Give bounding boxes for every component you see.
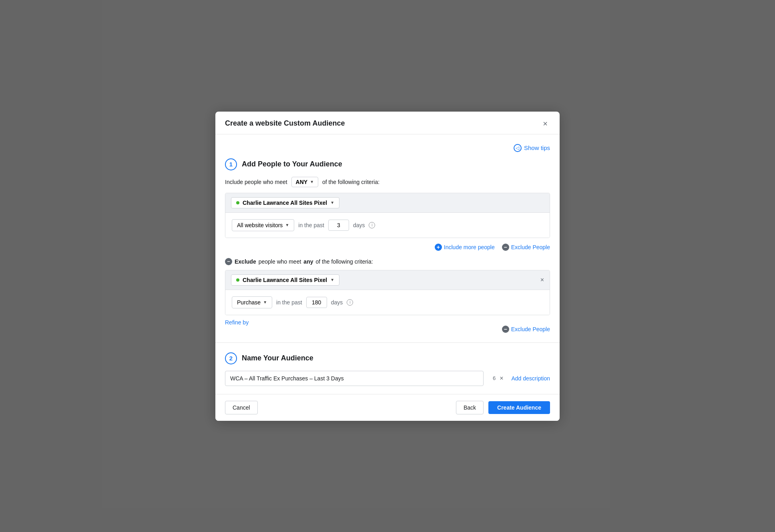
exclude-pixel-close-button[interactable]: × xyxy=(540,276,544,284)
include-pixel-body: All website visitors ▼ in the past days … xyxy=(225,213,550,238)
create-audience-button[interactable]: Create Audience xyxy=(488,401,550,414)
footer-right: Back Create Audience xyxy=(456,401,550,414)
clear-name-input-button[interactable]: × xyxy=(500,375,503,382)
cancel-button[interactable]: Cancel xyxy=(225,401,258,414)
exclude-badge-icon: − xyxy=(225,258,232,265)
chevron-down-icon: ▼ xyxy=(330,200,334,205)
include-days-input[interactable] xyxy=(328,220,349,231)
chevron-down-icon: ▼ xyxy=(310,180,314,184)
modal-body: ◁ Show tips 1 Add People to Your Audienc… xyxy=(215,134,560,394)
refine-by-button[interactable]: Refine by xyxy=(225,319,249,326)
exclude-days-info-icon[interactable]: i xyxy=(347,299,353,306)
step-1-number: 1 xyxy=(225,158,237,170)
back-button[interactable]: Back xyxy=(456,401,484,414)
exclude-filter-button[interactable]: Purchase ▼ xyxy=(232,296,272,308)
modal-title: Create a website Custom Audience xyxy=(225,119,345,128)
audience-name-input-row: 6 × Add description xyxy=(225,371,550,386)
include-pixel-card: Charlie Lawrance All Sites Pixel ▼ All w… xyxy=(225,193,550,238)
exclude-people-button-2[interactable]: − Exclude People xyxy=(502,326,550,333)
include-criteria-desc: Include people who meet ANY ▼ of the fol… xyxy=(225,177,550,187)
include-more-people-button[interactable]: + Include more people xyxy=(435,244,495,251)
section-1-heading: 1 Add People to Your Audience xyxy=(225,158,550,170)
exclude-pixel-card: Charlie Lawrance All Sites Pixel ▼ × Pur… xyxy=(225,270,550,315)
exclude-pixel-body: Purchase ▼ in the past days i xyxy=(225,290,550,315)
modal-header: Create a website Custom Audience × xyxy=(215,112,560,134)
exclude-in-the-past-label: in the past xyxy=(276,299,302,306)
footer-left: Cancel xyxy=(225,401,258,414)
step-1-title: Add People to Your Audience xyxy=(242,160,342,168)
show-tips-button[interactable]: ◁ Show tips xyxy=(514,144,550,152)
chevron-down-icon: ▼ xyxy=(285,223,289,227)
section-2-heading: 2 Name Your Audience xyxy=(225,352,550,364)
days-info-icon[interactable]: i xyxy=(369,222,375,228)
exclude-header: − Exclude people who meet any of the fol… xyxy=(225,258,550,265)
exclude-days-input[interactable] xyxy=(306,297,327,308)
add-description-button[interactable]: Add description xyxy=(511,375,550,382)
info-circle-icon: ◁ xyxy=(514,144,522,152)
exclude-filter-row: Purchase ▼ in the past days i xyxy=(232,296,543,308)
include-filter-button[interactable]: All website visitors ▼ xyxy=(232,219,294,231)
modal-container: Create a website Custom Audience × ◁ Sho… xyxy=(215,112,560,421)
exclude-days-label: days xyxy=(331,299,343,306)
exclude-actions-row: − Exclude People xyxy=(225,326,550,333)
any-select-button[interactable]: ANY ▼ xyxy=(291,177,318,187)
section-2: 2 Name Your Audience 6 × Add description xyxy=(225,343,550,386)
minus-icon: − xyxy=(502,326,509,333)
include-pixel-name-button[interactable]: Charlie Lawrance All Sites Pixel ▼ xyxy=(231,197,339,208)
days-label: days xyxy=(353,222,365,228)
modal-footer: Cancel Back Create Audience xyxy=(215,394,560,421)
pixel-active-dot xyxy=(236,201,239,204)
exclude-any-bold: any xyxy=(303,258,313,265)
include-pixel-header: Charlie Lawrance All Sites Pixel ▼ xyxy=(225,193,550,213)
exclude-prefix: Exclude xyxy=(235,258,256,265)
exclude-people-button-1[interactable]: − Exclude People xyxy=(502,244,550,251)
section-1: 1 Add People to Your Audience Include pe… xyxy=(225,158,550,333)
include-actions-row: + Include more people − Exclude People xyxy=(225,244,550,251)
in-the-past-label: in the past xyxy=(298,222,324,228)
step-2-title: Name Your Audience xyxy=(242,354,313,362)
audience-name-input[interactable] xyxy=(225,371,484,386)
exclude-suffix: of the following criteria: xyxy=(315,258,373,265)
exclude-pixel-header: Charlie Lawrance All Sites Pixel ▼ × xyxy=(225,270,550,290)
plus-icon: + xyxy=(435,244,442,251)
exclude-pixel-name-button[interactable]: Charlie Lawrance All Sites Pixel ▼ xyxy=(231,274,339,286)
pixel-active-dot xyxy=(236,278,239,282)
modal-overlay: Create a website Custom Audience × ◁ Sho… xyxy=(0,0,775,532)
show-tips-label: Show tips xyxy=(524,144,550,151)
chevron-down-icon: ▼ xyxy=(330,278,334,282)
chevron-down-icon: ▼ xyxy=(263,300,267,304)
include-filter-row: All website visitors ▼ in the past days … xyxy=(232,219,543,231)
minus-icon: − xyxy=(502,244,509,251)
char-count: 6 xyxy=(488,375,496,381)
close-button[interactable]: × xyxy=(540,119,550,128)
step-2-number: 2 xyxy=(225,352,237,364)
show-tips-row: ◁ Show tips xyxy=(225,144,550,152)
exclude-section: − Exclude people who meet any of the fol… xyxy=(225,258,550,333)
exclude-middle: people who meet xyxy=(259,258,301,265)
